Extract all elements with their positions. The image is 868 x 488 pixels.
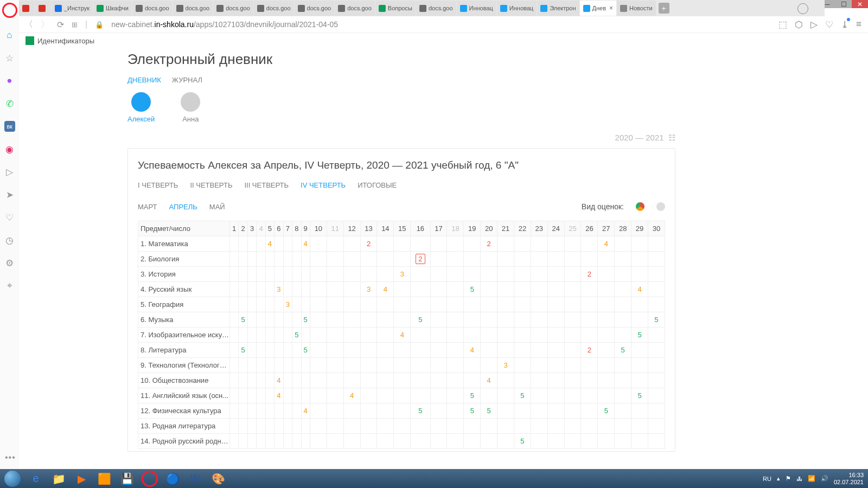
browser-tab[interactable]: Электрон — [537, 1, 579, 16]
bookmark-item[interactable]: Идентификаторы — [37, 37, 94, 45]
browser-tab[interactable]: Инновац — [497, 1, 537, 16]
browser-tab[interactable]: Инновац — [457, 1, 496, 16]
grade-cell — [648, 403, 665, 419]
quarter-tab[interactable]: ИТОГОВЫЕ — [358, 181, 397, 189]
browser-tab[interactable]: docs.goo — [132, 1, 173, 16]
close-window-button[interactable]: ✕ — [852, 0, 868, 8]
taskbar-paint-icon[interactable]: 🎨 — [207, 469, 229, 488]
browser-search-icon[interactable] — [797, 3, 808, 14]
browser-tab[interactable]: docs.goo — [416, 1, 456, 16]
taskbar-save-icon[interactable]: 💾 — [116, 469, 138, 488]
student-item[interactable]: Анна — [181, 92, 200, 123]
tray-clock[interactable]: 16:3302.07.2021 — [834, 472, 864, 486]
download-icon[interactable]: ⤓ — [841, 19, 848, 30]
quarter-tab[interactable]: III ЧЕТВЕРТЬ — [244, 181, 289, 189]
browser-tab[interactable]: Шкафчи — [93, 1, 132, 16]
month-tab[interactable]: МАРТ — [138, 203, 157, 211]
tray-network-icon[interactable]: 🖧 — [796, 476, 802, 482]
browser-tab[interactable] — [19, 1, 35, 16]
header-day: 22 — [514, 221, 531, 236]
camera-icon[interactable]: ⬚ — [778, 19, 787, 30]
messenger-icon[interactable]: ● — [4, 75, 15, 86]
back-button[interactable]: 〈 — [24, 19, 33, 30]
grade-cell — [581, 252, 598, 267]
pin-icon[interactable]: ⌖ — [4, 280, 15, 291]
opera-logo-icon[interactable] — [2, 3, 17, 18]
tab-journal[interactable]: ЖУРНАЛ — [172, 76, 202, 84]
taskbar-explorer-icon[interactable]: 📁 — [47, 469, 70, 488]
tray-flag-icon[interactable]: ⚑ — [786, 475, 791, 482]
tray-wifi-icon[interactable]: 📶 — [808, 475, 815, 482]
more-icon[interactable]: ••• — [5, 453, 16, 463]
quarter-tab[interactable]: II ЧЕТВЕРТЬ — [190, 181, 232, 189]
taskbar-media-icon[interactable]: ▶ — [70, 469, 93, 488]
grade-cell — [283, 282, 292, 297]
grade-cell — [283, 403, 292, 419]
grade-cell — [531, 297, 547, 312]
grade-cell — [411, 358, 430, 373]
taskbar-chrome-icon[interactable]: 🔵 — [161, 469, 184, 488]
taskbar-opera-icon[interactable] — [138, 469, 161, 488]
forward-button[interactable]: 〉 — [41, 19, 49, 30]
browser-tab[interactable]: Днев× — [580, 1, 617, 16]
grade-cell — [327, 434, 343, 449]
settings-icon[interactable]: ⚙ — [4, 258, 15, 268]
year-selector[interactable]: 2020 — 2021 ☷ — [127, 133, 675, 143]
grade-cell — [564, 358, 581, 373]
reload-button[interactable]: ⟳ — [57, 20, 64, 30]
browser-tab[interactable]: docs.goo — [213, 1, 253, 16]
url-field[interactable]: new-cabinet.in-shkola.ru/apps/1027103/dn… — [111, 20, 338, 29]
apps-icon[interactable]: ⊞ — [72, 21, 78, 29]
student-item[interactable]: Алексей — [127, 92, 155, 123]
browser-tab[interactable]: Вопросы — [375, 1, 416, 16]
month-tab[interactable]: МАЙ — [209, 203, 225, 211]
color-mode-icon[interactable] — [636, 202, 644, 211]
browser-tab[interactable]: docs.goo — [295, 1, 335, 16]
quarter-tab[interactable]: IV ЧЕТВЕРТЬ — [301, 181, 346, 189]
header-day: 1 — [230, 221, 239, 236]
quarter-tab[interactable]: I ЧЕТВЕРТЬ — [138, 181, 178, 189]
home-icon[interactable]: ⌂ — [4, 30, 15, 41]
grade-cell — [301, 252, 310, 267]
lock-icon[interactable]: 🔒 — [95, 21, 104, 29]
taskbar-ie-icon[interactable]: e — [24, 469, 47, 488]
tray-lang[interactable]: RU — [763, 476, 771, 482]
maximize-button[interactable]: ☐ — [835, 0, 852, 8]
month-tab[interactable]: АПРЕЛЬ — [169, 203, 197, 211]
send-sidebar-icon[interactable]: ➤ — [4, 189, 15, 200]
tray-arrow-icon[interactable]: ▴ — [777, 475, 780, 482]
grade-cell — [310, 358, 327, 373]
grade-cell — [265, 388, 274, 403]
grade-cell — [547, 388, 564, 403]
tab-diary[interactable]: ДНЕВНИК — [127, 76, 161, 84]
heart-sidebar-icon[interactable]: ♡ — [4, 212, 15, 223]
browser-tab[interactable] — [35, 1, 51, 16]
mono-mode-icon[interactable] — [656, 202, 665, 211]
shield-icon[interactable]: ⬡ — [795, 19, 803, 30]
browser-tab[interactable]: docs.goo — [254, 1, 294, 16]
browser-tab[interactable]: Новости — [617, 1, 656, 16]
taskbar-app-icon[interactable]: 🟧 — [93, 469, 116, 488]
taskbar-word-icon[interactable]: W — [184, 469, 207, 488]
grade-cell — [327, 343, 343, 358]
start-button[interactable] — [0, 469, 24, 488]
tray-volume-icon[interactable]: 🔊 — [821, 475, 828, 482]
play-icon[interactable]: ▷ — [4, 166, 15, 177]
instagram-icon[interactable]: ◉ — [4, 144, 15, 155]
grade-cell — [631, 252, 648, 267]
grade-cell: 5 — [301, 343, 310, 358]
star-icon[interactable]: ☆ — [4, 53, 15, 63]
browser-tab[interactable]: docs.goo — [335, 1, 375, 16]
vk-icon[interactable]: вк — [4, 121, 15, 132]
browser-tab[interactable]: docs.goo — [173, 1, 213, 16]
grade-cell: 5 — [301, 312, 310, 328]
grade-cell: 5 — [648, 312, 665, 328]
menu-icon[interactable]: ≡ — [856, 19, 861, 30]
grade-cell: 5 — [631, 388, 648, 403]
new-tab-button[interactable]: + — [659, 3, 669, 14]
heart-icon[interactable]: ♡ — [825, 19, 833, 30]
whatsapp-icon[interactable]: ✆ — [4, 98, 15, 109]
clock-icon[interactable]: ◷ — [4, 235, 15, 246]
browser-tab[interactable]: _Инструк — [52, 1, 93, 16]
send-icon[interactable]: ▷ — [810, 19, 818, 30]
